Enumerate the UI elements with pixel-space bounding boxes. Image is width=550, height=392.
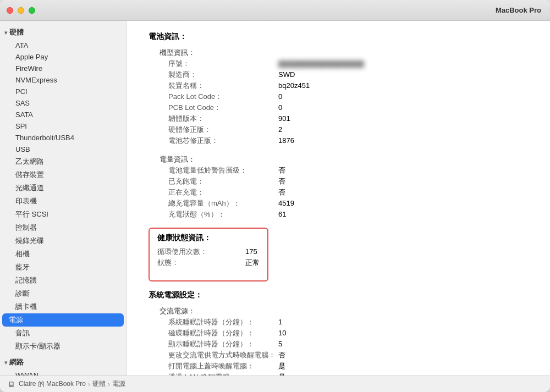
sidebar-item-memory[interactable]: 記憶體 (0, 274, 126, 287)
health-status-label: 狀態： (157, 258, 245, 268)
sidebar-item-ethernet[interactable]: 乙太網路 (0, 155, 126, 168)
sidebar-item-cardreader[interactable]: 讀卡機 (0, 300, 126, 313)
sidebar-item-nvmexpress[interactable]: NVMExpress (0, 74, 126, 86)
breadcrumb: 🖥 Claire 的 MacBook Pro › 硬體 › 電源 (0, 376, 550, 392)
device-name-value: bq20z451 (278, 81, 310, 90)
charge-level-value: 61 (278, 210, 286, 218)
sidebar-item-diagnostics[interactable]: 診斷 (0, 287, 126, 300)
sidebar-item-sata[interactable]: SATA (0, 109, 126, 120)
serial-label: 序號： (168, 59, 278, 69)
sidebar-item-applepay[interactable]: Apple Pay (0, 51, 126, 63)
pcb-lot-value: 0 (278, 103, 282, 112)
sidebar-item-storage[interactable]: 儲存裝置 (0, 168, 126, 181)
sidebar-item-optical[interactable]: 燒錄光碟 (0, 234, 126, 247)
cell-revision-row: 電池芯修正版： 1876 (168, 135, 534, 146)
charging-row: 正在充電： 否 (168, 187, 534, 198)
window-title: MacBook Pro (35, 6, 543, 14)
ac-wake-value: 否 (278, 350, 285, 360)
minimize-button[interactable] (18, 7, 24, 14)
sidebar-item-fiber[interactable]: 光纖通道 (0, 181, 126, 195)
sys-sleep-row: 系統睡眠計時器（分鐘）： 1 (168, 317, 534, 328)
sys-sleep-label: 系統睡眠計時器（分鐘）： (168, 317, 278, 327)
ac-power-label: 交流電源： (160, 306, 270, 316)
model-info-section: 機型資訊： 序號： ████████████████████ 製造商： SWD … (160, 47, 534, 146)
sidebar-item-scsi[interactable]: 平行 SCSI (0, 208, 126, 221)
main-content: ▾ 硬體 ATA Apple Pay FireWire NVMExpress P… (0, 21, 550, 376)
computer-icon: 🖥 (8, 380, 15, 389)
pcb-lot-label: PCB Lot Code： (168, 103, 278, 113)
breadcrumb-sep-1: › (88, 380, 90, 388)
sidebar-item-spi[interactable]: SPI (0, 120, 126, 132)
sidebar-item-printer[interactable]: 印表機 (0, 195, 126, 208)
pack-lot-value: 0 (278, 92, 282, 101)
pack-lot-row: Pack Lot Code： 0 (168, 91, 534, 102)
close-button[interactable] (7, 7, 13, 14)
model-info-label: 機型資訊： (160, 48, 270, 58)
manufacturer-label: 製造商： (168, 70, 278, 80)
sidebar-item-controller[interactable]: 控制器 (0, 221, 126, 234)
sidebar-item-firewire[interactable]: FireWire (0, 63, 126, 74)
detail-pane: 電池資訊： 機型資訊： 序號： ████████████████████ 製造商… (127, 21, 550, 376)
low-battery-value: 否 (278, 165, 285, 175)
display-sleep-value: 5 (278, 340, 282, 348)
breadcrumb-part-3: 電源 (112, 379, 125, 389)
charging-value: 否 (278, 187, 285, 197)
firmware-row: 韌體版本： 901 (168, 113, 534, 124)
lid-wake-row: 打開電腦上蓋時喚醒電腦： 是 (168, 361, 534, 372)
charging-label: 正在充電： (168, 187, 278, 197)
traffic-lights (7, 7, 35, 14)
ac-power-section: 交流電源： 系統睡眠計時器（分鐘）： 1 磁碟睡眠計時器（分鐘）： 10 顯示睡… (160, 306, 534, 376)
health-info-box: 健康狀態資訊： 循環使用次數： 175 狀態： 正常 (148, 228, 268, 281)
power-rows: 電池電量低於警告層級： 否 已充飽電： 否 正在充電： 否 總充電容量（mAh）… (168, 165, 534, 220)
system-power-title: 系統電源設定： (148, 290, 534, 300)
sidebar-item-audio[interactable]: 音訊 (0, 327, 126, 340)
model-rows: 序號： ████████████████████ 製造商： SWD 裝置名稱： … (168, 58, 534, 146)
disk-sleep-label: 磁碟睡眠計時器（分鐘）： (168, 328, 278, 338)
hw-revision-label: 硬體修正版： (168, 125, 278, 135)
cycle-count-row: 循環使用次數： 175 (157, 246, 260, 257)
chevron-down-icon-network: ▾ (4, 360, 7, 366)
power-info-section: 電量資訊： 電池電量低於警告層級： 否 已充飽電： 否 正在充電： 否 (160, 154, 534, 220)
battery-info-title: 電池資訊： (148, 32, 534, 42)
cell-revision-value: 1876 (278, 136, 294, 145)
cycle-count-label: 循環使用次數： (157, 247, 245, 257)
sidebar-item-power[interactable]: 電源 (2, 313, 124, 327)
sidebar-item-ata[interactable]: ATA (0, 40, 126, 51)
hw-revision-value: 2 (278, 125, 282, 134)
sidebar-group-network-label: 網路 (9, 357, 24, 367)
sidebar-item-thunderbolt[interactable]: Thunderbolt/USB4 (0, 132, 126, 143)
pack-lot-label: Pack Lot Code： (168, 92, 278, 102)
chevron-down-icon: ▾ (4, 30, 7, 36)
maximize-button[interactable] (29, 7, 35, 14)
ac-power-header: 交流電源： (160, 306, 534, 317)
sidebar-item-wwan[interactable]: WWAN (0, 369, 126, 376)
disk-sleep-row: 磁碟睡眠計時器（分鐘）： 10 (168, 328, 534, 339)
serial-row: 序號： ████████████████████ (168, 58, 534, 69)
low-battery-row: 電池電量低於警告層級： 否 (168, 165, 534, 176)
sidebar-item-camera[interactable]: 相機 (0, 247, 126, 261)
firmware-value: 901 (278, 114, 290, 123)
sidebar-group-hardware[interactable]: ▾ 硬體 (0, 25, 126, 40)
sidebar-item-sas[interactable]: SAS (0, 97, 126, 109)
model-info-header: 機型資訊： (160, 47, 534, 58)
capacity-value: 4519 (278, 199, 294, 207)
sidebar-item-display[interactable]: 顯示卡/顯示器 (0, 340, 126, 353)
display-sleep-label: 顯示睡眠計時器（分鐘）： (168, 339, 278, 349)
power-info-header: 電量資訊： (160, 154, 534, 165)
low-battery-label: 電池電量低於警告層級： (168, 165, 278, 175)
health-status-value: 正常 (245, 258, 260, 268)
ac-wake-label: 更改交流電供電方式時喚醒電腦： (168, 350, 278, 360)
device-name-row: 裝置名稱： bq20z451 (168, 80, 534, 91)
firmware-label: 韌體版本： (168, 114, 278, 124)
display-sleep-row: 顯示睡眠計時器（分鐘）： 5 (168, 339, 534, 350)
cell-revision-label: 電池芯修正版： (168, 136, 278, 146)
sidebar-group-network[interactable]: ▾ 網路 (0, 355, 126, 369)
breadcrumb-part-1: Claire 的 MacBook Pro (19, 379, 86, 389)
sidebar-item-pci[interactable]: PCI (0, 86, 126, 97)
lan-wake-row: 透過 LAN 喚醒電腦： 是 (168, 372, 534, 376)
sidebar-item-usb[interactable]: USB (0, 143, 126, 155)
hw-revision-row: 硬體修正版： 2 (168, 124, 534, 135)
power-info-label: 電量資訊： (160, 154, 270, 164)
sidebar-item-bluetooth[interactable]: 藍牙 (0, 261, 126, 274)
lid-wake-value: 是 (278, 361, 285, 371)
